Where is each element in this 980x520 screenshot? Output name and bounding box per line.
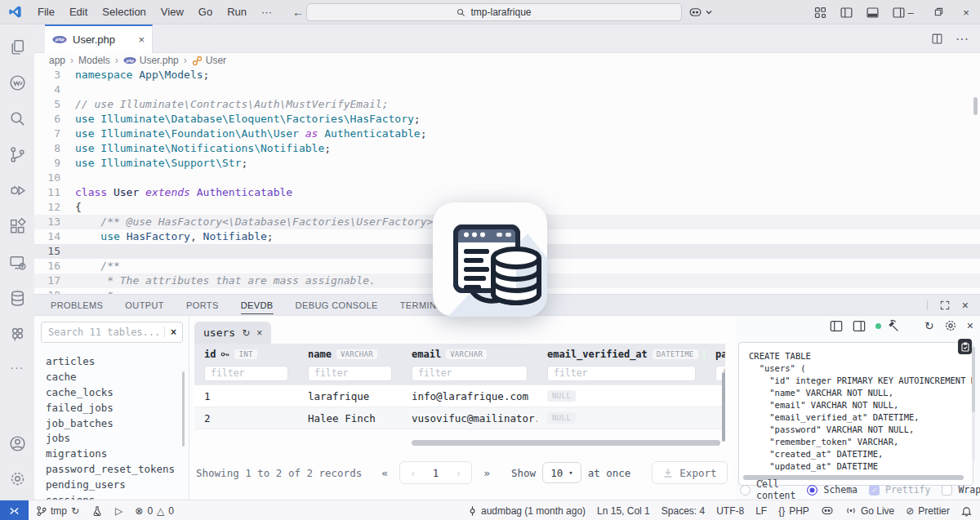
cell-name-row1[interactable]: larafrique — [298, 385, 402, 407]
page-size-select[interactable]: 10 ▾ — [542, 462, 581, 483]
panel-tab-problems[interactable]: PROBLEMS — [51, 300, 103, 310]
column-header-password[interactable]: passwordVARCHAR — [706, 344, 725, 365]
windsurf-icon[interactable] — [8, 73, 27, 92]
more-actions-icon[interactable]: ··· — [956, 32, 969, 47]
grid-vscrollbar[interactable] — [722, 372, 725, 442]
table-item-cache-locks[interactable]: cache_locks — [41, 385, 180, 401]
code-line-9[interactable]: 9use Illuminate\Support\Str; — [34, 156, 980, 171]
filter-input-name[interactable] — [308, 366, 392, 381]
layout-right-icon[interactable] — [853, 320, 866, 332]
last-commit-item[interactable]: audmbag (1 month ago) — [468, 505, 586, 517]
back-icon[interactable]: ← — [292, 6, 304, 19]
column-header-email[interactable]: emailVARCHAR — [402, 344, 537, 365]
close-table-icon[interactable]: × — [256, 327, 262, 339]
beaker-item[interactable] — [91, 505, 103, 517]
account-icon[interactable] — [8, 434, 27, 453]
table-row[interactable]: 2Halee Finchvusovifuc@mailinator.comNULL — [194, 407, 725, 429]
go-live-item[interactable]: Go Live — [845, 505, 894, 517]
code-line-11[interactable]: 11class User extends Authenticatable — [34, 185, 980, 200]
menu-file[interactable]: File — [30, 0, 62, 24]
next-page-button[interactable]: › — [445, 467, 471, 479]
run-debug-icon[interactable] — [8, 181, 27, 200]
settings-gear-icon[interactable] — [8, 469, 27, 488]
cell-id-row1[interactable]: 1 — [194, 385, 298, 407]
table-tab-users[interactable]: users ↻ × — [194, 322, 271, 344]
code-line-4[interactable]: 4 — [34, 82, 980, 97]
remote-indicator[interactable] — [0, 500, 29, 520]
close-window-button[interactable]: × — [952, 7, 980, 19]
table-item-sessions[interactable]: sessions — [41, 493, 180, 500]
refresh-table-icon[interactable]: ↻ — [242, 327, 250, 339]
menu-view[interactable]: View — [154, 0, 191, 24]
table-item-articles[interactable]: articles — [41, 354, 180, 370]
language-mode-item[interactable]: {} PHP — [778, 505, 809, 517]
panel-tab-output[interactable]: OUTPUT — [125, 300, 164, 310]
layout-left-icon[interactable] — [830, 320, 843, 332]
refresh-schema-icon[interactable]: ↻ — [924, 319, 934, 332]
cell-email-row1[interactable]: info@larafrique.com — [402, 385, 537, 407]
extensions-icon[interactable] — [8, 217, 27, 236]
first-page-button[interactable]: « — [375, 467, 394, 479]
table-item-password-reset-tokens[interactable]: password_reset_tokens — [41, 462, 180, 478]
table-item-job-batches[interactable]: job_batches — [41, 416, 180, 432]
git-branch-item[interactable]: tmp ↻ — [36, 505, 79, 517]
code-line-5[interactable]: 5// use Illuminate\Contracts\Auth\MustVe… — [34, 97, 980, 112]
code-line-6[interactable]: 6use Illuminate\Database\Eloquent\Factor… — [34, 112, 980, 127]
table-item-pending-users[interactable]: pending_users — [41, 478, 180, 493]
prev-page-button[interactable]: ‹ — [400, 467, 426, 479]
maximize-panel-icon[interactable] — [939, 300, 951, 311]
indentation-item[interactable]: Spaces: 4 — [662, 505, 705, 517]
copilot-menu[interactable] — [688, 2, 712, 22]
cell-id-row2[interactable]: 2 — [194, 407, 298, 429]
run-task-item[interactable]: ▷ — [115, 505, 122, 517]
table-item-failed-jobs[interactable]: failed_jobs — [41, 401, 180, 416]
column-header-email-verified-at[interactable]: email_verified_atDATETIME? — [537, 344, 706, 365]
create-table-sql[interactable]: CREATE TABLE "users" ( "id" integer PRIM… — [738, 342, 973, 486]
remote-explorer-icon[interactable] — [8, 253, 27, 272]
restore-button[interactable] — [924, 7, 952, 19]
cell-email-verified-at-row2[interactable]: NULL — [537, 407, 706, 429]
panel-tab-ports[interactable]: PORTS — [186, 300, 219, 310]
tools-hammer-icon[interactable] — [886, 319, 900, 332]
code-line-10[interactable]: 10 — [34, 171, 980, 185]
filter-input-email-verified-at[interactable] — [547, 366, 696, 381]
toggle-sidebar-icon[interactable] — [840, 6, 853, 20]
table-item-jobs[interactable]: jobs — [41, 431, 180, 447]
tab-close-icon[interactable]: × — [138, 33, 145, 46]
menu-selection[interactable]: Selection — [95, 0, 153, 24]
grid-hscrollbar[interactable] — [412, 440, 720, 446]
table-search-box[interactable]: Search 11 tables... × — [41, 322, 183, 343]
filter-input-email[interactable] — [412, 366, 528, 381]
copilot-status-item[interactable] — [821, 505, 834, 516]
eol-item[interactable]: LF — [755, 505, 767, 517]
wrap-checkbox[interactable] — [942, 485, 952, 496]
menu-go[interactable]: Go — [191, 0, 220, 24]
notifications-item[interactable] — [961, 505, 972, 517]
toggle-panel-icon[interactable] — [866, 6, 880, 20]
figma-icon[interactable] — [8, 325, 27, 344]
breadcrumb-item-app[interactable]: app — [49, 55, 65, 66]
column-header-id[interactable]: idINT — [194, 344, 298, 365]
code-line-7[interactable]: 7use Illuminate\Foundation\Auth\User as … — [34, 127, 980, 141]
menu-edit[interactable]: Edit — [62, 0, 95, 24]
cursor-position-item[interactable]: Ln 15, Col 1 — [597, 505, 650, 517]
export-button[interactable]: Export — [652, 461, 728, 484]
more-views-icon[interactable]: ··· — [11, 361, 24, 374]
breadcrumb-item-user[interactable]: User — [192, 55, 226, 66]
sql-vscrollbar[interactable] — [972, 347, 975, 461]
code-line-3[interactable]: 3namespace App\Models; — [34, 68, 980, 82]
customize-layout-icon[interactable] — [813, 6, 827, 20]
search-sidebar-icon[interactable] — [8, 109, 27, 128]
cell-email-row2[interactable]: vusovifuc@mailinator.com — [402, 407, 537, 429]
last-page-button[interactable]: » — [477, 467, 497, 479]
prettify-checkbox[interactable]: ✓ — [869, 485, 880, 496]
panel-tab-devdb[interactable]: DEVDB — [241, 300, 274, 314]
sidebar-scrollbar[interactable] — [182, 371, 185, 447]
cell-content-radio[interactable] — [740, 485, 751, 496]
minimize-button[interactable]: – — [897, 7, 924, 19]
cell-name-row2[interactable]: Halee Finch — [298, 407, 402, 429]
encoding-item[interactable]: UTF-8 — [716, 505, 744, 517]
cell-email-verified-at-row1[interactable]: NULL — [537, 385, 706, 407]
editor-scrollbar[interactable] — [973, 97, 978, 115]
panel-tab-debug-console[interactable]: DEBUG CONSOLE — [296, 300, 378, 310]
